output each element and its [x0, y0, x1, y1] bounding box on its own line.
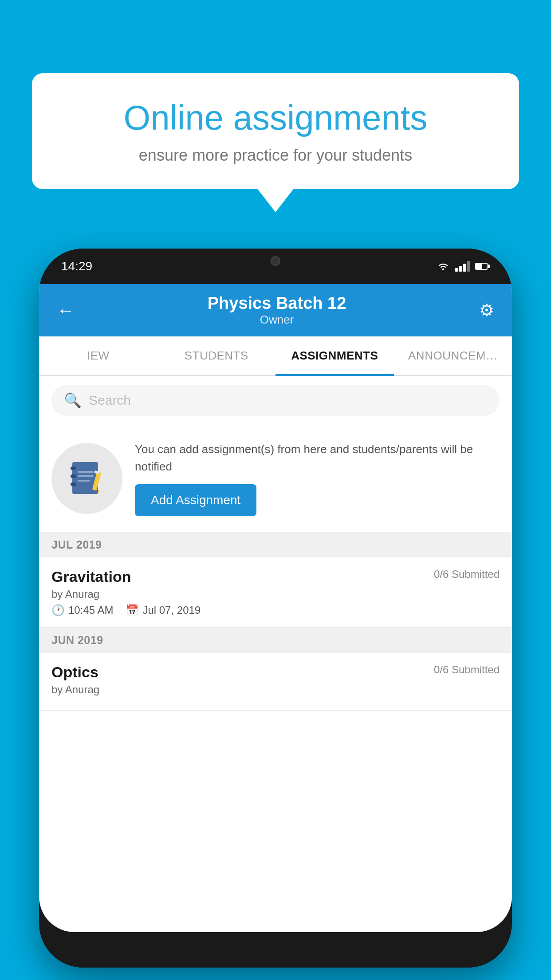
meta-date: 📅 Jul 07, 2019	[126, 604, 201, 616]
svg-rect-2	[71, 466, 76, 470]
speech-bubble: Online assignments ensure more practice …	[32, 73, 519, 189]
phone-notch	[240, 249, 311, 273]
search-icon: 🔍	[64, 392, 82, 409]
tab-iew[interactable]: IEW	[39, 336, 157, 375]
search-container: 🔍 Search	[39, 376, 512, 425]
tab-assignments[interactable]: ASSIGNMENTS	[276, 336, 394, 375]
promo-content: You can add assignment(s) from here and …	[135, 441, 500, 516]
promo-icon-circle	[51, 443, 122, 514]
phone-frame: 14:29	[39, 249, 512, 968]
assignment-item-optics[interactable]: Optics 0/6 Submitted by Anurag	[39, 653, 512, 711]
front-camera	[271, 256, 280, 266]
tabs-bar: IEW STUDENTS ASSIGNMENTS ANNOUNCEM…	[39, 336, 512, 376]
assignment-date: Jul 07, 2019	[142, 604, 201, 616]
assignment-title-optics: Optics	[51, 664, 98, 681]
app-header: ← Physics Batch 12 Owner ⚙	[39, 284, 512, 336]
assignment-by: by Anurag	[51, 588, 500, 601]
status-bar: 14:29	[39, 249, 512, 284]
header-title: Physics Batch 12	[208, 294, 346, 313]
svg-rect-7	[78, 480, 90, 482]
add-assignment-button[interactable]: Add Assignment	[135, 484, 256, 516]
search-placeholder: Search	[89, 393, 131, 408]
wifi-icon	[437, 261, 450, 271]
tab-students[interactable]: STUDENTS	[157, 336, 276, 375]
assignment-top-row: Gravitation 0/6 Submitted	[51, 568, 500, 585]
svg-rect-6	[78, 475, 94, 477]
assignment-title: Gravitation	[51, 568, 131, 585]
app-screen: ← Physics Batch 12 Owner ⚙ IEW STUDENTS …	[39, 284, 512, 932]
svg-rect-5	[78, 471, 94, 473]
calendar-icon: 📅	[126, 604, 139, 616]
header-subtitle: Owner	[208, 313, 346, 327]
promo-description: You can add assignment(s) from here and …	[135, 441, 500, 475]
status-time: 14:29	[61, 259, 92, 273]
meta-time: 🕐 10:45 AM	[51, 604, 113, 616]
assignment-item-gravitation[interactable]: Gravitation 0/6 Submitted by Anurag 🕐 10…	[39, 557, 512, 628]
assignment-by-optics: by Anurag	[51, 684, 500, 696]
search-bar[interactable]: 🔍 Search	[51, 385, 500, 416]
settings-button[interactable]: ⚙	[479, 300, 494, 320]
notebook-icon	[67, 458, 107, 498]
speech-bubble-title: Online assignments	[59, 98, 492, 138]
tab-announcements[interactable]: ANNOUNCEM…	[394, 336, 512, 375]
speech-bubble-subtitle: ensure more practice for your students	[59, 146, 492, 165]
phone-bottom-bar	[39, 932, 512, 968]
promo-section: You can add assignment(s) from here and …	[39, 425, 512, 532]
clock-icon: 🕐	[51, 604, 65, 616]
assignment-meta: 🕐 10:45 AM 📅 Jul 07, 2019	[51, 604, 500, 616]
svg-rect-3	[71, 474, 76, 478]
header-title-group: Physics Batch 12 Owner	[208, 294, 346, 327]
assignment-submitted-optics: 0/6 Submitted	[434, 664, 500, 676]
assignment-time: 10:45 AM	[68, 604, 113, 616]
section-header-jul: JUL 2019	[39, 532, 512, 557]
battery-icon	[475, 263, 490, 270]
signal-icon	[455, 261, 470, 272]
section-header-jun: JUN 2019	[39, 628, 512, 653]
svg-point-0	[442, 269, 444, 270]
back-button[interactable]: ←	[57, 300, 75, 320]
assignment-top-row-optics: Optics 0/6 Submitted	[51, 664, 500, 681]
speech-bubble-container: Online assignments ensure more practice …	[32, 73, 519, 189]
status-icons	[437, 261, 490, 272]
svg-rect-4	[71, 482, 76, 486]
assignment-submitted: 0/6 Submitted	[434, 568, 500, 581]
